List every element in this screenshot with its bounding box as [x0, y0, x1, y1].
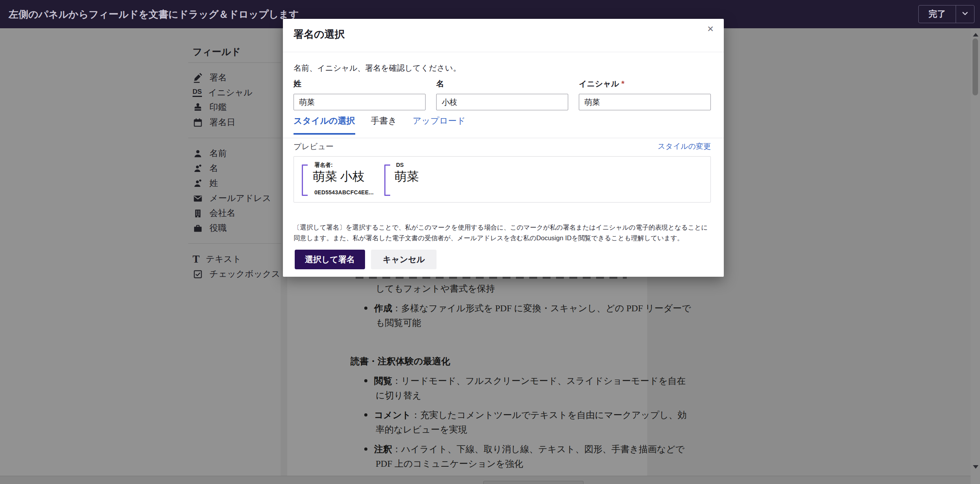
signature-style-tabs: スタイルの選択 手書き アップロード: [294, 115, 481, 135]
first-name-field-group: 名: [436, 79, 568, 110]
close-icon[interactable]: ✕: [703, 22, 718, 36]
first-name-input[interactable]: [436, 94, 568, 110]
finish-button-group: 完了: [918, 5, 974, 23]
cancel-button[interactable]: キャンセル: [371, 250, 437, 269]
initials-label: イニシャル*: [579, 79, 711, 89]
initials-ds-label: DS: [396, 162, 404, 168]
signature-preview-box: 署名者: 萌菜 小枝 0ED5543ABCFC4EE... DS 萌菜: [294, 156, 711, 203]
preview-label: プレビュー: [294, 141, 334, 152]
signature-bracket: [302, 164, 308, 196]
signature-name: 萌菜 小枝: [313, 168, 365, 185]
drag-drop-instruction: 左側のパネルからフィールドを文書にドラッグ＆ドロップします: [9, 0, 299, 28]
signature-id: 0ED5543ABCFC4EE...: [314, 189, 374, 195]
dialog-title: 署名の選択: [294, 27, 345, 41]
adopt-and-sign-button[interactable]: 選択して署名: [295, 250, 365, 269]
last-name-field-group: 姓: [294, 79, 426, 110]
app-root: 左側のパネルからフィールドを文書にドラッグ＆ドロップします 完了 フィールド 署…: [0, 0, 980, 484]
dialog-header-divider: [283, 52, 724, 52]
first-name-label: 名: [436, 79, 568, 89]
initials-field-group: イニシャル*: [579, 79, 711, 110]
dialog-instruction: 名前、イニシャル、署名を確認してください。: [294, 63, 461, 73]
tabs-divider: [283, 138, 724, 138]
last-name-input[interactable]: [294, 94, 426, 110]
finish-button[interactable]: 完了: [919, 5, 956, 23]
select-signature-dialog: 署名の選択 ✕ 名前、イニシャル、署名を確認してください。 姓 名 イニシャル*…: [283, 19, 724, 277]
chevron-down-icon: [961, 9, 969, 19]
finish-options-button[interactable]: [956, 5, 974, 23]
required-asterisk: *: [621, 79, 624, 88]
change-style-link[interactable]: スタイルの変更: [658, 141, 711, 152]
initials-input[interactable]: [579, 94, 711, 110]
dialog-actions: 選択して署名 キャンセル: [295, 250, 437, 269]
tab-choose-style[interactable]: スタイルの選択: [294, 115, 355, 135]
tab-draw[interactable]: 手書き: [371, 115, 397, 135]
initials-bracket: [384, 164, 390, 196]
consent-disclaimer: 〔選択して署名〕を選択することで、私がこのマークを使用する場合に、このマークが私…: [294, 222, 711, 243]
last-name-label: 姓: [294, 79, 426, 89]
tab-upload[interactable]: アップロード: [413, 115, 466, 135]
initials-preview: 萌菜: [395, 168, 419, 185]
signed-by-label: 署名者:: [314, 162, 333, 169]
